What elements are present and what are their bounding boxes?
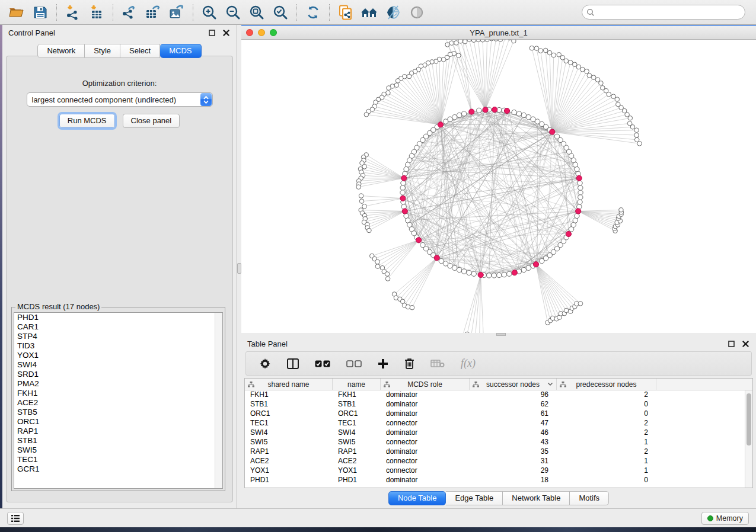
network-mcds-hub-node[interactable] xyxy=(400,196,406,201)
network-leaf-node[interactable] xyxy=(547,50,552,55)
network-leaf-node[interactable] xyxy=(529,46,534,50)
zoom-fit-button[interactable] xyxy=(245,2,269,23)
mcds-result-list[interactable]: PHD1CAR1STP4TID3YOX1SWI4SRD1PMA2FKH1ACE2… xyxy=(14,312,223,489)
network-leaf-node[interactable] xyxy=(467,40,472,41)
network-leaf-node[interactable] xyxy=(512,40,516,43)
close-panel-icon[interactable] xyxy=(741,339,750,348)
network-leaf-node[interactable] xyxy=(471,40,476,43)
mcds-result-item[interactable]: FKH1 xyxy=(14,389,222,398)
network-mcds-hub-node[interactable] xyxy=(533,262,538,267)
network-mcds-hub-node[interactable] xyxy=(483,107,488,113)
network-mcds-hub-node[interactable] xyxy=(576,175,582,181)
network-leaf-node[interactable] xyxy=(367,228,372,233)
network-leaf-node[interactable] xyxy=(595,78,600,82)
network-leaf-node[interactable] xyxy=(627,121,632,126)
table-row[interactable]: TEC1TEC1connector472 xyxy=(245,419,752,428)
zoom-selected-button[interactable] xyxy=(269,2,292,23)
mcds-result-item[interactable]: YOX1 xyxy=(14,351,222,360)
network-leaf-node[interactable] xyxy=(573,62,578,67)
import-network-button[interactable] xyxy=(61,2,85,23)
export-table-button[interactable] xyxy=(141,2,165,23)
tab-mcds[interactable]: MCDS xyxy=(160,44,201,58)
optimization-criterion-select[interactable]: largest connected component (undirected) xyxy=(27,92,213,107)
network-node[interactable] xyxy=(452,265,457,270)
mcds-result-item[interactable]: STB1 xyxy=(14,436,222,446)
column-header-shared-name[interactable]: shared name xyxy=(245,379,333,390)
table-settings-button[interactable] xyxy=(259,358,271,370)
network-node[interactable] xyxy=(467,270,471,275)
network-leaf-node[interactable] xyxy=(410,305,414,310)
mcds-result-item[interactable]: GCR1 xyxy=(14,464,222,474)
mcds-result-item[interactable]: RAP1 xyxy=(14,427,222,436)
network-leaf-node[interactable] xyxy=(619,208,624,213)
network-mcds-hub-node[interactable] xyxy=(504,108,509,114)
network-leaf-node[interactable] xyxy=(362,204,367,209)
network-mcds-hub-node[interactable] xyxy=(402,209,407,214)
network-node[interactable] xyxy=(471,271,476,276)
network-mcds-hub-node[interactable] xyxy=(438,122,443,127)
table-row[interactable]: RAP1RAP1dominator352 xyxy=(245,447,752,457)
network-canvas[interactable] xyxy=(241,40,756,333)
export-network-button[interactable] xyxy=(117,2,141,23)
network-node[interactable] xyxy=(443,119,448,124)
table-row[interactable]: SWI4SWI4dominator462 xyxy=(245,428,752,438)
network-node[interactable] xyxy=(507,271,512,276)
network-leaf-node[interactable] xyxy=(394,83,399,88)
table-row[interactable]: FKH1FKH1dominator962 xyxy=(245,390,752,400)
tab-edge-table[interactable]: Edge Table xyxy=(446,491,503,505)
network-leaf-node[interactable] xyxy=(498,40,503,41)
save-session-button[interactable] xyxy=(28,2,52,23)
network-mcds-hub-node[interactable] xyxy=(566,231,571,236)
column-header-MCDS-role[interactable]: MCDS role xyxy=(381,379,470,390)
network-node[interactable] xyxy=(452,115,457,120)
mcds-result-item[interactable]: PMA2 xyxy=(14,379,222,389)
network-mcds-hub-node[interactable] xyxy=(416,238,422,243)
column-header-predecessor-nodes[interactable]: predecessor nodes xyxy=(557,379,656,390)
float-panel-icon[interactable] xyxy=(207,28,216,37)
function-builder-button[interactable]: f(x) xyxy=(461,357,476,370)
network-leaf-node[interactable] xyxy=(359,199,364,204)
table-row[interactable]: SWI5SWI5connector431 xyxy=(245,438,752,447)
table-scrollbar[interactable] xyxy=(745,390,752,488)
mcds-result-item[interactable]: CAR1 xyxy=(14,322,222,332)
network-leaf-node[interactable] xyxy=(387,86,391,91)
mcds-result-item[interactable]: ORC1 xyxy=(14,417,222,427)
network-node[interactable] xyxy=(448,264,452,268)
close-panel-button[interactable]: Close panel xyxy=(123,114,180,128)
import-table-button[interactable] xyxy=(85,2,109,23)
network-node[interactable] xyxy=(521,267,526,272)
network-leaf-node[interactable] xyxy=(587,73,592,78)
zoom-out-button[interactable] xyxy=(221,2,245,23)
table-row[interactable]: STB1STB1dominator620 xyxy=(245,400,752,409)
column-header-successor-nodes[interactable]: successor nodes xyxy=(470,379,557,390)
network-node[interactable] xyxy=(497,273,502,277)
network-mcds-hub-node[interactable] xyxy=(469,109,474,114)
table-row[interactable]: YOX1YOX1connector291 xyxy=(245,466,752,476)
network-node[interactable] xyxy=(578,200,582,204)
network-leaf-node[interactable] xyxy=(375,259,380,264)
create-column-button[interactable] xyxy=(378,358,388,369)
delete-table-button[interactable] xyxy=(430,359,445,368)
network-leaf-node[interactable] xyxy=(508,40,512,40)
network-node[interactable] xyxy=(578,195,583,200)
column-header-name[interactable]: name xyxy=(333,379,381,390)
apply-layout-button[interactable] xyxy=(301,2,325,23)
mcds-result-item[interactable]: TEC1 xyxy=(14,455,222,464)
network-leaf-node[interactable] xyxy=(564,59,569,63)
birds-eye-view-button[interactable] xyxy=(405,2,429,23)
network-leaf-node[interactable] xyxy=(557,53,562,57)
network-leaf-node[interactable] xyxy=(406,305,410,309)
mcds-result-item[interactable]: SRD1 xyxy=(14,370,222,379)
select-all-rows-button[interactable] xyxy=(315,360,330,367)
network-node[interactable] xyxy=(531,117,535,121)
network-leaf-node[interactable] xyxy=(494,40,499,41)
network-leaf-node[interactable] xyxy=(611,94,616,99)
tab-motifs[interactable]: Motifs xyxy=(570,491,609,505)
search-input[interactable] xyxy=(598,7,745,18)
network-window-titlebar[interactable]: YPA_prune.txt_1 xyxy=(241,26,756,40)
export-image-button[interactable] xyxy=(165,2,189,23)
table-row[interactable]: PHD1PHD1dominator180 xyxy=(245,476,752,485)
delete-column-button[interactable] xyxy=(404,358,414,369)
mcds-result-item[interactable]: SWI4 xyxy=(14,360,222,370)
network-leaf-node[interactable] xyxy=(458,40,463,43)
